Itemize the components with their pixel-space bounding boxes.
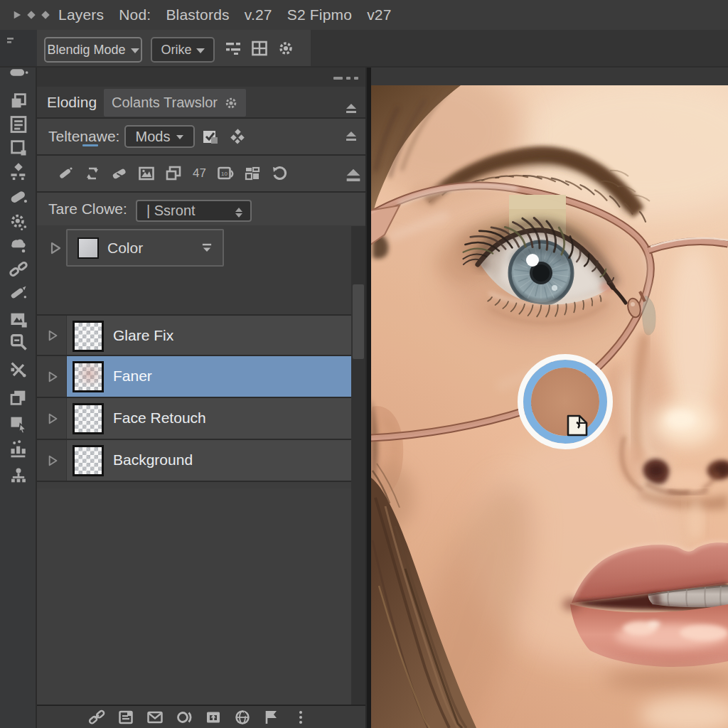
source-value: | Ssront (146, 203, 196, 219)
flag-icon[interactable] (263, 709, 280, 726)
histogram-tool-icon[interactable] (9, 438, 28, 458)
panel-tool-row: 4710 (37, 156, 367, 191)
layer-row-face-retouch[interactable]: Face Retouch (37, 398, 351, 440)
gear-icon[interactable] (277, 40, 294, 57)
panel-window-controls[interactable] (333, 77, 358, 80)
eject-icon[interactable] (345, 102, 358, 115)
orike-label: Orike (161, 43, 191, 58)
image-adjust-icon[interactable] (138, 165, 155, 182)
tab-colants-trawslor[interactable]: Colants Trawslor (104, 89, 246, 117)
color-swatch[interactable] (77, 237, 99, 259)
menu-item-s2-fipmo[interactable]: S2 Fipmo (287, 6, 352, 23)
kebab-menu-icon[interactable] (292, 709, 309, 726)
link-tool-icon[interactable] (9, 259, 28, 279)
pen-tool-icon[interactable] (9, 284, 28, 304)
layer-main[interactable]: Faner (67, 356, 351, 397)
node-tree-tool-icon[interactable] (9, 466, 28, 486)
panel-header (37, 68, 367, 87)
eraser-icon[interactable] (111, 165, 128, 182)
sync-icon[interactable] (84, 165, 101, 182)
source-dropdown[interactable]: | Ssront (136, 200, 252, 222)
layer-row-faner[interactable]: Faner (37, 356, 351, 398)
scrollbar-thumb[interactable] (353, 284, 364, 359)
frame-image-tool-icon[interactable] (9, 310, 28, 330)
panel-scrollbar[interactable] (351, 226, 365, 705)
layer-main[interactable]: Glare Fix (67, 316, 351, 355)
gear-icon (224, 96, 238, 110)
panel-tool-icons: 4710 (57, 165, 288, 182)
layer-thumbnail[interactable] (73, 403, 104, 434)
align-shape-tool-icon[interactable] (9, 162, 28, 182)
checkbox-icon[interactable] (202, 128, 219, 145)
panel-bottom-bar (37, 705, 365, 728)
tab-eloding[interactable]: Eloding (47, 87, 97, 117)
brush-icon[interactable] (57, 165, 74, 182)
menu-item-layers[interactable]: Layers (58, 6, 104, 23)
portrait-image (371, 85, 728, 728)
layer-name: Face Retouch (113, 398, 206, 437)
disclosure-triangle-icon[interactable] (48, 412, 59, 426)
mail-icon[interactable] (146, 709, 164, 726)
marquee-tool-icon[interactable] (9, 63, 28, 82)
layer-thumbnail[interactable] (73, 321, 104, 352)
grid-window-icon[interactable] (251, 40, 268, 57)
layer-row-glare-fix[interactable]: Glare Fix (37, 314, 351, 356)
menu-item-blastords[interactable]: Blastords (166, 6, 229, 23)
disclosure-triangle-icon[interactable] (48, 454, 59, 468)
eraser-tool-icon[interactable] (9, 186, 28, 206)
layers-panel: Eloding Colants Trawslor Teltenawe: Mods… (37, 68, 367, 728)
rotate-ccw-icon[interactable] (271, 165, 288, 182)
toolbar-icons (225, 40, 294, 57)
link-icon[interactable] (88, 709, 105, 726)
move-tool-icon[interactable] (9, 91, 28, 111)
slice-tool-icon[interactable] (9, 360, 28, 380)
color-label: Color (107, 230, 143, 265)
mods-dropdown[interactable]: Mods (124, 125, 195, 148)
image-badge-icon[interactable] (205, 709, 222, 726)
menu-item-nod[interactable]: Nod: (119, 6, 151, 23)
layer-name: Faner (113, 356, 152, 395)
tab-label: Colants Trawslor (112, 95, 218, 111)
globe-icon[interactable] (234, 709, 251, 726)
lasso-tool-icon[interactable] (9, 236, 28, 256)
sparkle-icon[interactable] (229, 128, 246, 145)
menu-items: LayersNod:Blastordsv.27S2 Fipmov27 (58, 0, 392, 30)
menu-item-v-27[interactable]: v.27 (245, 6, 272, 23)
layer-thumbnail[interactable] (73, 361, 104, 392)
sort-icon[interactable] (201, 242, 213, 253)
settings-gear-tool-icon[interactable] (9, 212, 28, 232)
source-row-label: Tare Clowe: (48, 193, 127, 225)
menu-item-v27[interactable]: v27 (367, 6, 391, 23)
text-doc-tool-icon[interactable] (9, 114, 28, 134)
select-cursor-tool-icon[interactable] (9, 414, 28, 434)
disclosure-triangle-icon[interactable] (48, 328, 59, 343)
artboard-tool-icon[interactable] (9, 138, 28, 158)
layer-row-background[interactable]: Background (37, 440, 351, 482)
blending-mode-button[interactable]: Blendig Mode (44, 37, 142, 63)
record-icon[interactable] (176, 709, 193, 726)
sliders-icon[interactable] (225, 40, 242, 57)
disclosure-triangle-icon[interactable] (50, 241, 63, 255)
blending-mode-label: Blendig Mode (47, 43, 125, 58)
note-icon[interactable] (117, 709, 134, 726)
layer-main[interactable]: Background (67, 440, 351, 481)
layer-thumbnail[interactable] (73, 445, 104, 476)
copy-squares-tool-icon[interactable] (9, 387, 28, 407)
duplicate-icon[interactable] (165, 165, 182, 182)
layer-main[interactable]: Face Retouch (67, 398, 351, 439)
panel-empty-area (37, 488, 351, 705)
eject-icon[interactable] (345, 130, 358, 143)
clone-display-icon[interactable]: 10 (217, 165, 234, 182)
panel-tabs: Eloding Colants Trawslor (37, 87, 367, 117)
zoom-tool-icon[interactable] (9, 332, 28, 352)
disclosure-triangle-icon[interactable] (48, 370, 59, 384)
menubar-icon-cluster (11, 0, 51, 30)
layer-gutter (37, 440, 67, 481)
document-canvas[interactable] (367, 68, 728, 728)
chevron-down-icon (176, 135, 183, 139)
layout-grid-icon[interactable] (244, 165, 261, 182)
orike-dropdown[interactable]: Orike (151, 37, 215, 63)
color-fill-row[interactable]: Color (66, 229, 224, 267)
eject-icon[interactable] (345, 167, 362, 184)
panel-bottom-icons (88, 709, 309, 726)
